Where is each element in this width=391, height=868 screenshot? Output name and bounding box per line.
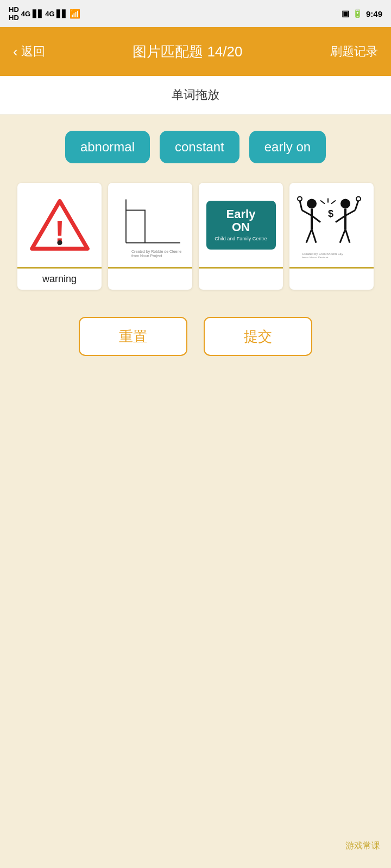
cards-row: ! warning Created by Robbie de Cleene fr… — [11, 183, 380, 290]
wifi-icon: 📶 — [70, 9, 80, 19]
svg-text:Created by Robbie de Cleene: Created by Robbie de Cleene — [131, 249, 181, 253]
svg-line-14 — [312, 229, 316, 242]
subtitle-bar: 单词拖放 — [0, 76, 391, 114]
early-on-inner: EarlyON Child and Family Centre — [206, 201, 276, 250]
card-people[interactable]: $ Created by Cres Khoom Lay from Noun Pr… — [289, 183, 374, 290]
status-signal: HDHD — [9, 5, 19, 22]
svg-line-17 — [336, 215, 345, 222]
svg-point-7 — [307, 199, 317, 208]
svg-line-9 — [302, 210, 312, 215]
svg-point-2 — [57, 240, 62, 245]
svg-line-26 — [331, 200, 336, 203]
status-bar: HDHD 4G ▋▋ 4G ▋▋ 📶 ▣ 🔋 9:49 — [0, 0, 391, 27]
svg-point-15 — [340, 199, 350, 208]
card-warning[interactable]: ! warning — [17, 183, 102, 290]
back-arrow-icon: ‹ — [13, 43, 18, 60]
header: ‹ 返回 图片匹配题 14/20 刷题记录 — [0, 27, 391, 76]
record-button[interactable]: 刷题记录 — [330, 43, 378, 60]
word-chips-container: abnormal constant early on — [11, 131, 380, 163]
svg-text:from Noun Project: from Noun Project — [131, 253, 162, 258]
buttons-row: 重置 提交 — [11, 317, 380, 356]
status-right: ▣ 🔋 9:49 — [342, 9, 382, 18]
svg-text:$: $ — [328, 208, 333, 219]
chip-constant[interactable]: constant — [160, 131, 239, 163]
card-graph-image: Created by Robbie de Cleene from Noun Pr… — [108, 183, 192, 267]
back-button[interactable]: ‹ 返回 — [13, 43, 45, 60]
main-content: abnormal constant early on ! warning — [0, 114, 391, 372]
back-label: 返回 — [21, 43, 45, 60]
card-early-on-image: EarlyON Child and Family Centre — [199, 183, 283, 267]
chip-early-on[interactable]: early on — [249, 131, 326, 163]
svg-line-19 — [355, 200, 358, 210]
reset-button[interactable]: 重置 — [79, 317, 187, 356]
svg-text:from Noun Project: from Noun Project — [302, 256, 329, 258]
clock: 9:49 — [366, 9, 382, 18]
svg-line-24 — [320, 200, 325, 203]
svg-line-13 — [306, 229, 312, 242]
svg-point-20 — [356, 196, 361, 201]
svg-line-22 — [345, 229, 350, 242]
card-early-on-label — [199, 267, 283, 290]
card-graph[interactable]: Created by Robbie de Cleene from Noun Pr… — [108, 183, 192, 290]
svg-line-11 — [300, 200, 302, 210]
subtitle-text: 单词拖放 — [172, 88, 219, 101]
svg-point-12 — [298, 196, 302, 201]
svg-line-18 — [345, 210, 355, 215]
card-early-on[interactable]: EarlyON Child and Family Centre — [199, 183, 283, 290]
card-warning-label: warning — [17, 267, 102, 290]
card-people-label — [289, 267, 374, 290]
battery-icon: 🔋 — [352, 9, 363, 18]
header-title: 图片匹配题 14/20 — [133, 42, 242, 61]
signal-icon: ▣ — [342, 9, 349, 18]
chip-abnormal[interactable]: abnormal — [65, 131, 150, 163]
status-left: HDHD 4G ▋▋ 4G ▋▋ 📶 — [9, 5, 80, 22]
card-people-image: $ Created by Cres Khoom Lay from Noun Pr… — [289, 183, 374, 267]
footer-watermark: 游戏常课 — [345, 840, 380, 852]
card-warning-image: ! — [17, 183, 102, 267]
svg-line-21 — [340, 229, 345, 242]
svg-text:Created by Cres Khoom Lay: Created by Cres Khoom Lay — [302, 252, 343, 255]
status-network: 4G ▋▋ 4G ▋▋ — [21, 10, 68, 18]
submit-button[interactable]: 提交 — [204, 317, 312, 356]
card-graph-label — [108, 267, 192, 290]
svg-line-10 — [312, 215, 320, 222]
